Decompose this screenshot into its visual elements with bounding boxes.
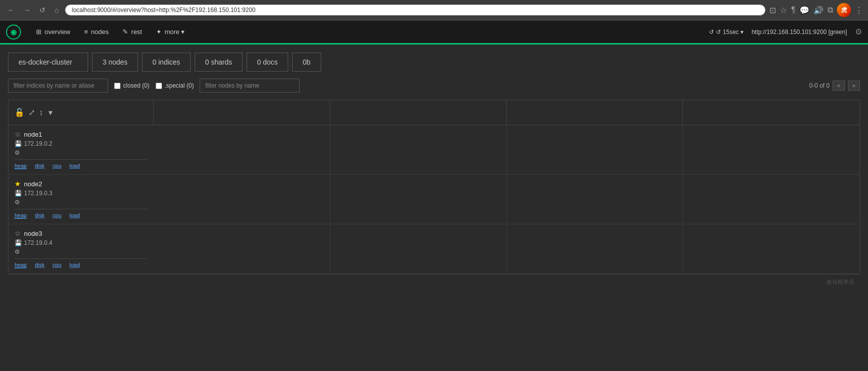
lock-icon[interactable]: 🔓 (15, 108, 25, 117)
puzzle-icon[interactable]: ⧉ (827, 6, 833, 15)
bookmark-icon[interactable]: ☆ (780, 6, 787, 15)
node-star-icon[interactable]: ★ (15, 180, 21, 188)
node-col-2 (330, 175, 507, 224)
metric-load[interactable]: load (70, 212, 80, 219)
browser-icons: ⊡ ☆ ¶ 💬 🔊 ⧉ 虎 ⋮ (769, 3, 863, 17)
node-metrics: heapdiskcpuload (15, 258, 148, 268)
header-node-info: 🔓 ⤢ ↕ ▼ (9, 100, 154, 125)
indices-count-box[interactable]: 0 indices (142, 53, 191, 72)
special-checkbox[interactable] (156, 83, 162, 89)
disk-icon: 💾 (15, 190, 22, 197)
metric-load[interactable]: load (70, 262, 80, 268)
node-metrics: heapdiskcpuload (15, 209, 148, 219)
sort-az-icon[interactable]: ↕ (39, 108, 43, 117)
node-col-3 (507, 224, 683, 273)
node-tag: ⚙ (15, 199, 148, 206)
expand-icon[interactable]: ⤢ (29, 108, 35, 117)
node-col-2 (330, 224, 507, 273)
settings-icon[interactable]: ⚙ (855, 27, 862, 37)
node-metrics: heapdiskcpuload (15, 159, 148, 169)
nodes-count: 3 nodes (103, 58, 128, 66)
node-ip: 💾 172.19.0.2 (15, 140, 148, 147)
node-col-4 (683, 224, 859, 273)
table-row: ☆ node1 💾 172.19.0.2 ⚙ heapdiskcpuload (9, 125, 859, 175)
size-box[interactable]: 0b (292, 53, 321, 72)
closed-checkbox[interactable] (114, 83, 121, 89)
nodes-table: 🔓 ⤢ ↕ ▼ ☆ node1 💾 172.19.0.2 ⚙ (8, 100, 860, 274)
address-bar[interactable]: localhost:9000/#/overview?host=http:%2F%… (65, 5, 765, 16)
node-info-cell: ☆ node3 💾 172.19.0.4 ⚙ heapdiskcpuload (9, 224, 154, 273)
nav-overview[interactable]: ⊞ overview (29, 20, 77, 44)
watermark: 发马程序员 (8, 274, 860, 290)
node-star-icon[interactable]: ☆ (15, 130, 21, 138)
nav-nodes[interactable]: ≡ nodes (77, 20, 116, 44)
node-col-1 (154, 125, 330, 174)
cluster-name-box: es-docker-cluster (8, 53, 88, 72)
translate-icon[interactable]: ⊡ (769, 6, 776, 15)
node-col-3 (507, 175, 683, 224)
metric-heap[interactable]: heap (15, 163, 27, 169)
caret-down-icon[interactable]: ▼ (47, 109, 54, 117)
menu-icon[interactable]: ⋮ (855, 6, 863, 15)
more-icon: ✦ (156, 28, 162, 36)
next-page-button[interactable]: > (848, 81, 860, 91)
rest-icon: ✎ (123, 28, 128, 36)
table-row: ☆ node3 💾 172.19.0.4 ⚙ heapdiskcpuload (9, 224, 859, 274)
metric-cpu[interactable]: cpu (53, 163, 62, 169)
header-col-2 (330, 100, 507, 125)
indices-filter-input[interactable] (8, 79, 108, 93)
app-logo: ◉ (6, 25, 21, 40)
home-button[interactable]: ⌂ (52, 5, 61, 15)
nodes-list: ☆ node1 💾 172.19.0.2 ⚙ heapdiskcpuload ★… (9, 125, 859, 274)
node-star-icon[interactable]: ☆ (15, 229, 21, 237)
nodes-count-box[interactable]: 3 nodes (92, 53, 138, 72)
shards-count-box[interactable]: 0 shards (195, 53, 243, 72)
forward-button[interactable]: → (21, 5, 33, 15)
back-button[interactable]: ← (5, 5, 17, 15)
node-info-cell: ☆ node1 💾 172.19.0.2 ⚙ heapdiskcpuload (9, 125, 154, 174)
browser-chrome: ← → ↺ ⌂ localhost:9000/#/overview?host=h… (0, 0, 868, 21)
metric-disk[interactable]: disk (35, 262, 45, 268)
indices-count: 0 indices (153, 58, 180, 66)
node-tag: ⚙ (15, 149, 148, 156)
table-row: ★ node2 💾 172.19.0.3 ⚙ heapdiskcpuload (9, 175, 859, 224)
node-col-4 (683, 175, 859, 224)
metric-disk[interactable]: disk (35, 163, 45, 169)
metric-heap[interactable]: heap (15, 262, 27, 268)
node-ip: 💾 172.19.0.3 (15, 190, 148, 197)
tag-icon: ⚙ (15, 199, 20, 206)
node-col-4 (683, 125, 859, 174)
url-text: localhost:9000/#/overview?host=http:%2F%… (72, 7, 255, 14)
node-name-text: node3 (24, 230, 42, 237)
format-icon[interactable]: ¶ (791, 6, 795, 15)
nav-more[interactable]: ✦ more ▾ (149, 20, 192, 44)
refresh-selector[interactable]: ↺ ↺ 15sec ▾ (709, 29, 743, 36)
node-name-text: node2 (24, 180, 42, 188)
special-filter-label[interactable]: .special (0) (156, 82, 194, 89)
nav-rest[interactable]: ✎ rest (116, 20, 149, 44)
header-col-3 (507, 100, 683, 125)
shards-count: 0 shards (205, 58, 232, 66)
nav-right: ↺ ↺ 15sec ▾ http://192.168.150.101:9200 … (709, 27, 862, 37)
metric-load[interactable]: load (70, 163, 80, 169)
metric-heap[interactable]: heap (15, 212, 27, 219)
user-avatar[interactable]: 虎 (837, 3, 851, 17)
docs-count-box[interactable]: 0 docs (247, 53, 288, 72)
node-info-cell: ★ node2 💾 172.19.0.3 ⚙ heapdiskcpuload (9, 175, 154, 224)
node-col-1 (154, 224, 330, 273)
disk-icon: 💾 (15, 140, 22, 147)
tag-icon: ⚙ (15, 149, 20, 156)
nodes-filter-input[interactable] (200, 79, 300, 93)
header-col-4 (683, 100, 859, 125)
prev-page-button[interactable]: < (832, 81, 844, 91)
metric-cpu[interactable]: cpu (53, 212, 62, 219)
metric-cpu[interactable]: cpu (53, 262, 62, 268)
stats-row: es-docker-cluster 3 nodes 0 indices 0 sh… (8, 53, 860, 72)
closed-filter-label[interactable]: closed (0) (114, 82, 150, 89)
refresh-button[interactable]: ↺ (37, 5, 48, 15)
speaker-icon[interactable]: 🔊 (813, 6, 823, 15)
metric-disk[interactable]: disk (35, 212, 45, 219)
chat-icon[interactable]: 💬 (799, 6, 809, 15)
node-col-1 (154, 175, 330, 224)
cluster-url: http://192.168.150.101:9200 [green] (751, 29, 847, 36)
